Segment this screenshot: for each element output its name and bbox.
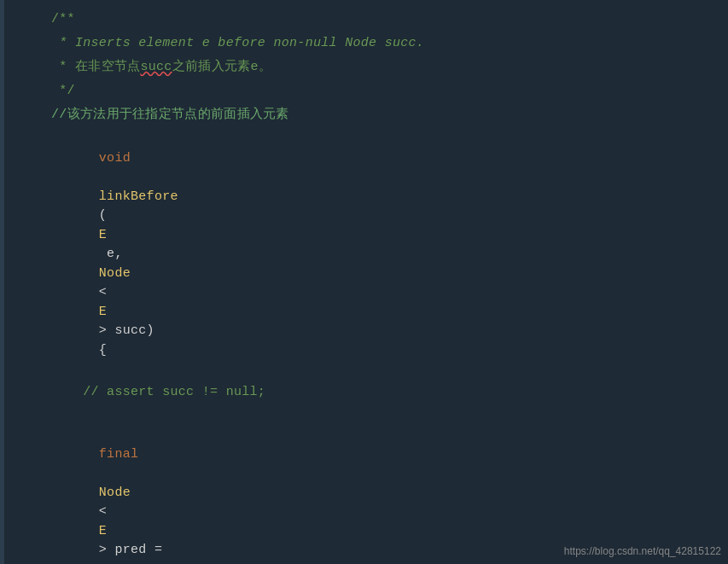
code-line-3: * 在非空节点succ之前插入元素e。 xyxy=(0,56,728,80)
code-line-7: // assert succ != null; xyxy=(0,381,728,405)
comment-text: /** xyxy=(51,10,75,30)
comment-end-text: */ xyxy=(51,82,75,102)
inline-comment-7: // assert succ != null; xyxy=(51,383,265,403)
code-line-6: void linkBefore ( E e, Node < E > succ) … xyxy=(0,128,728,381)
code-line-5: //该方法用于往指定节点的前面插入元素 xyxy=(0,104,728,128)
code-8: final Node < E > pred = succ . prev ; xyxy=(51,407,171,565)
code-line-8: final Node < E > pred = succ . prev ; xyxy=(0,405,728,565)
code-line-2: * Inserts element e before non-null Node… xyxy=(0,32,728,56)
code-6: void linkBefore ( E e, Node < E > succ) … xyxy=(51,130,178,380)
url-badge: https://blog.csdn.net/qq_42815122 xyxy=(564,545,721,557)
code-line-1: /** xyxy=(0,9,728,32)
comment-chinese-text: * 在非空节点succ之前插入元素e。 xyxy=(51,58,271,78)
code-container: /** * Inserts element e before non-null … xyxy=(0,0,728,564)
inline-comment-5: //该方法用于往指定节点的前面插入元素 xyxy=(51,106,289,125)
code-line-4: */ xyxy=(0,80,728,104)
comment-italic-text: * Inserts element e before non-null Node… xyxy=(51,34,424,54)
